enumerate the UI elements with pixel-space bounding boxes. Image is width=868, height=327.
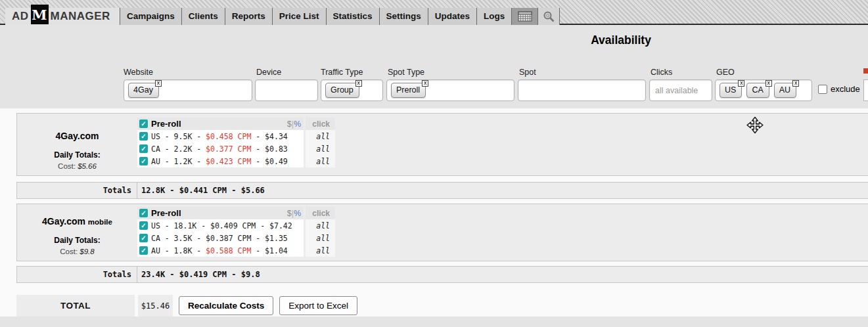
click-all-link[interactable]: all: [316, 221, 330, 230]
remove-chip-icon[interactable]: x: [792, 80, 799, 87]
site-name: 4Gay.com: [17, 131, 137, 141]
group-checkbox[interactable]: ✓: [139, 120, 148, 128]
logo-suffix: MANAGER: [51, 10, 110, 23]
dollar-toggle[interactable]: $: [287, 209, 292, 218]
group-name: Pre-roll: [151, 208, 181, 218]
nav-logs[interactable]: Logs: [476, 8, 511, 25]
logo-prefix: AD: [12, 10, 29, 23]
clipped-filter-input[interactable]: [863, 79, 868, 101]
nav-price-list[interactable]: Price List: [272, 8, 326, 25]
remove-chip-icon[interactable]: x: [738, 80, 744, 87]
daily-totals-label: Daily Totals:: [17, 150, 137, 160]
site-totals-row: Totals 23.4K - $0.419 CPM - $9.8: [16, 266, 868, 283]
totals-value: 12.8K - $0.441 CPM - $5.66: [137, 186, 265, 195]
grand-total-value: $15.46: [138, 295, 173, 316]
clipped-filter-label: [863, 68, 868, 74]
main-navbar: AD M MANAGER Campaigns Clients Reports P…: [5, 8, 560, 25]
traffic-type-input[interactable]: Groupx: [321, 79, 383, 101]
calendar-grid-icon: [518, 11, 532, 22]
geo-row-us: ✓ US - 18.1K - $0.409 CPM - $7.42 all: [137, 219, 335, 232]
exclude-checkbox[interactable]: [818, 85, 827, 94]
recalculate-costs-button[interactable]: Recalculate Costs: [179, 296, 273, 315]
site-name: 4Gay.com mobile: [17, 216, 137, 227]
website-input[interactable]: 4Gayx: [124, 79, 252, 101]
click-all-link[interactable]: all: [316, 246, 330, 255]
geo-chip-us[interactable]: USx: [720, 83, 742, 98]
remove-chip-icon[interactable]: x: [155, 80, 162, 87]
move-cursor-icon: [746, 116, 764, 134]
click-all-link[interactable]: all: [316, 234, 330, 243]
row-checkbox[interactable]: ✓: [139, 246, 148, 255]
click-column-header: click: [312, 120, 330, 129]
nav-clients[interactable]: Clients: [181, 8, 225, 25]
row-checkbox[interactable]: ✓: [139, 157, 148, 165]
nav-settings[interactable]: Settings: [379, 8, 428, 25]
geo-row-us: ✓ US - 9.5K - $0.458 CPM - $4.34 all: [137, 130, 335, 142]
app-logo[interactable]: AD M MANAGER: [5, 8, 120, 25]
spot-input[interactable]: [518, 79, 646, 101]
totals-value: 23.4K - $0.419 CPM - $9.8: [137, 270, 260, 279]
geo-chip-ca[interactable]: CAx: [746, 83, 769, 98]
percent-toggle[interactable]: %: [294, 209, 301, 218]
device-input[interactable]: [255, 79, 318, 101]
site-info-column: 4Gay.com mobile Daily Totals: Cost: $9.8: [17, 204, 137, 261]
click-column-header: click: [312, 209, 330, 218]
nav-statistics[interactable]: Statistics: [326, 8, 379, 25]
site-totals-row: Totals 12.8K - $0.441 CPM - $5.66: [16, 182, 868, 199]
nav-campaigns[interactable]: Campaigns: [120, 8, 181, 25]
group-header-row: ✓ Pre-roll $|% click: [137, 207, 335, 219]
nav-reports[interactable]: Reports: [225, 8, 272, 25]
page-title: Availability: [545, 33, 697, 47]
spot-label: Spot: [519, 68, 536, 77]
availability-grid-button[interactable]: [511, 8, 537, 25]
geo-label: GEO: [716, 68, 735, 77]
geo-row-ca: ✓ CA - 3.5K - $0.387 CPM - $1.35 all: [137, 232, 335, 244]
click-all-link[interactable]: all: [316, 157, 330, 166]
traffic-type-label: Traffic Type: [321, 68, 363, 77]
logo-monogram: M: [31, 5, 49, 24]
traffic-type-chip[interactable]: Groupx: [325, 83, 359, 98]
availability-table: ✓ Pre-roll $|% click ✓ US - 9.5K - $0.45…: [137, 118, 335, 167]
exclude-label: exclude: [831, 84, 860, 94]
totals-label: Totals: [17, 267, 137, 282]
nav-updates[interactable]: Updates: [428, 8, 476, 25]
totals-label: Totals: [17, 183, 137, 198]
geo-row-au: ✓ AU - 1.8K - $0.588 CPM - $1.04 all: [137, 244, 335, 257]
row-checkbox[interactable]: ✓: [139, 234, 148, 242]
click-all-link[interactable]: all: [316, 144, 330, 154]
display-mode-toggle: $|%: [287, 120, 301, 129]
remove-chip-icon[interactable]: x: [422, 80, 428, 87]
row-checkbox[interactable]: ✓: [139, 221, 148, 230]
website-label: Website: [124, 68, 153, 77]
grand-total-label: TOTAL: [16, 295, 135, 316]
daily-totals-label: Daily Totals:: [17, 236, 137, 245]
spot-type-chip[interactable]: Prerollx: [391, 83, 426, 98]
clicks-input[interactable]: [654, 80, 708, 100]
site-info-column: 4Gay.com Daily Totals: Cost: $5.66: [17, 114, 137, 175]
website-chip[interactable]: 4Gayx: [128, 83, 159, 98]
spot-type-label: Spot Type: [388, 68, 424, 77]
site-cost: Cost: $5.66: [17, 162, 137, 170]
dollar-toggle[interactable]: $: [287, 120, 292, 129]
geo-input[interactable]: USx CAx AUx: [715, 79, 812, 101]
percent-toggle[interactable]: %: [294, 120, 301, 129]
export-to-excel-button[interactable]: Export to Excel: [279, 296, 357, 315]
group-name: Pre-roll: [151, 119, 181, 129]
display-mode-toggle: $|%: [287, 209, 301, 218]
site-block-4gay: 4Gay.com Daily Totals: Cost: $5.66 ✓ Pre…: [16, 113, 868, 176]
clicks-input-wrap: [649, 79, 712, 101]
remove-chip-icon[interactable]: x: [765, 80, 772, 87]
geo-row-au: ✓ AU - 1.2K - $0.423 CPM - $0.49 all: [137, 155, 335, 167]
grand-total-row: TOTAL $15.46 Recalculate Costs Export to…: [16, 295, 357, 316]
preview-search-button[interactable]: [537, 8, 560, 25]
geo-row-ca: ✓ CA - 2.2K - $0.377 CPM - $0.83 all: [137, 142, 335, 155]
group-checkbox[interactable]: ✓: [139, 209, 148, 217]
row-checkbox[interactable]: ✓: [139, 144, 148, 153]
row-checkbox[interactable]: ✓: [139, 132, 148, 141]
click-all-link[interactable]: all: [316, 132, 330, 141]
clicks-label: Clicks: [651, 68, 672, 77]
geo-chip-au[interactable]: AUx: [774, 83, 796, 98]
remove-chip-icon[interactable]: x: [355, 80, 362, 87]
group-header-row: ✓ Pre-roll $|% click: [137, 118, 335, 130]
spot-type-input[interactable]: Prerollx: [386, 79, 514, 101]
